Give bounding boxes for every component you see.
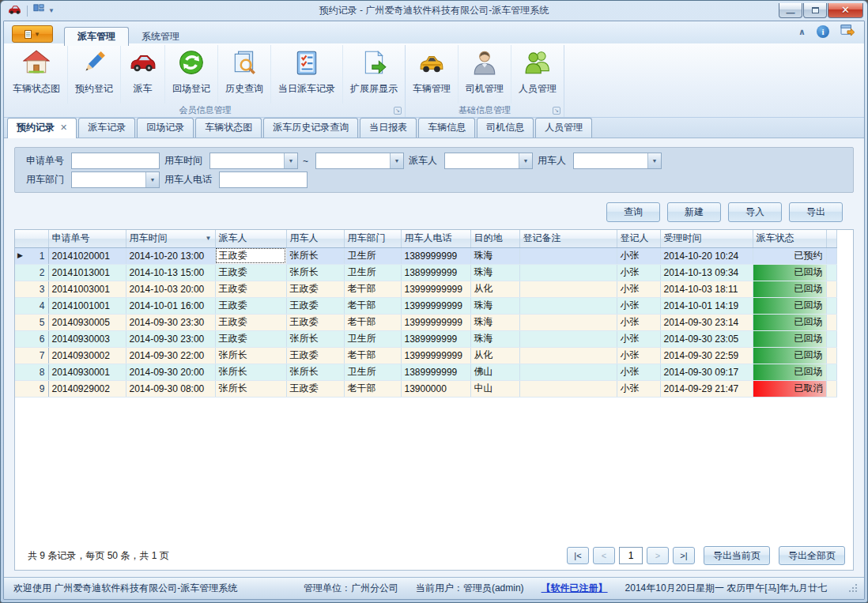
cell[interactable]: 老干部 (344, 347, 401, 364)
registered-link[interactable]: 【软件已注册】 (542, 582, 608, 595)
request-no-field[interactable] (71, 153, 160, 169)
table-row[interactable]: 9201409290022014-09-30 08:00张所长王政委老干部139… (15, 380, 836, 397)
cell[interactable]: 张所长 (286, 264, 344, 281)
cell[interactable]: 2014-09-30 23:30 (126, 314, 215, 330)
doc-tab-车辆信息[interactable]: 车辆信息 (418, 118, 475, 138)
resize-grip[interactable] (849, 584, 858, 593)
row-number[interactable]: 2 (15, 264, 48, 281)
cell[interactable]: 小张 (617, 330, 660, 347)
cell[interactable]: 2014-09-29 21:47 (660, 380, 753, 397)
restore-button[interactable] (803, 3, 827, 18)
table-row[interactable]: 5201409300052014-09-30 23:30王政委王政委老干部139… (15, 314, 836, 330)
cell[interactable]: 2014-09-30 09:17 (660, 364, 753, 380)
cell[interactable]: 2014-09-30 22:00 (126, 347, 215, 364)
row-number[interactable]: 4 (15, 297, 48, 314)
cell[interactable] (519, 330, 617, 347)
cell[interactable] (519, 264, 617, 281)
cell[interactable]: 2014-10-20 13:00 (126, 247, 215, 264)
info-icon[interactable]: i (817, 25, 829, 38)
cell[interactable]: 1389999999 (401, 364, 470, 380)
cell[interactable]: 卫生所 (344, 330, 401, 347)
prev-page-button[interactable]: < (593, 547, 615, 564)
cell[interactable]: 2014-09-30 23:00 (126, 330, 215, 347)
cell[interactable] (519, 380, 617, 397)
cell[interactable]: 20141001001 (48, 297, 126, 314)
column-header-派车人[interactable]: 派车人 (215, 230, 286, 247)
status-cell[interactable]: 已回场 (753, 330, 826, 347)
cell[interactable] (519, 281, 617, 297)
close-button[interactable]: ✕ (828, 3, 863, 18)
cell[interactable]: 2014-10-13 15:00 (126, 264, 215, 281)
app-menu-button[interactable]: ▼ (12, 25, 53, 43)
export-all-pages-button[interactable]: 导出全部页 (779, 546, 845, 565)
cell[interactable]: 13999999999 (401, 314, 470, 330)
first-page-button[interactable]: |< (567, 547, 589, 564)
column-header-用车时间[interactable]: 用车时间▼ (126, 230, 215, 247)
status-cell[interactable]: 已预约 (753, 247, 826, 264)
column-header-登记备注[interactable]: 登记备注 (519, 230, 617, 247)
about-icon[interactable] (840, 24, 855, 40)
doc-tab-预约记录[interactable]: 预约记录✕ (7, 118, 77, 138)
reservation-register-button[interactable]: 预约登记 (68, 45, 121, 104)
table-row[interactable]: 7201409300022014-09-30 22:00张所长王政委老干部139… (15, 347, 836, 364)
row-number[interactable]: 8 (15, 364, 48, 380)
cell[interactable]: 1389999999 (401, 247, 470, 264)
cell[interactable]: 王政委 (215, 330, 286, 347)
cell[interactable]: 小张 (617, 380, 660, 397)
status-cell[interactable]: 已回场 (753, 364, 826, 380)
cell[interactable]: 王政委 (215, 264, 286, 281)
cell[interactable]: 王政委 (286, 380, 344, 397)
cell[interactable]: 中山 (470, 380, 519, 397)
cell[interactable]: 2014-10-20 10:24 (660, 247, 753, 264)
cell[interactable]: 佛山 (470, 364, 519, 380)
cell[interactable]: 张所长 (286, 247, 344, 264)
cell[interactable] (519, 297, 617, 314)
export-current-page-button[interactable]: 导出当前页 (704, 546, 770, 565)
cell[interactable]: 20141003001 (48, 281, 126, 297)
today-dispatch-records-button[interactable]: 当日派车记录 (271, 45, 343, 104)
cell[interactable]: 王政委 (286, 347, 344, 364)
column-header-派车状态[interactable]: 派车状态 (753, 230, 826, 247)
cell[interactable]: 13999999999 (401, 297, 470, 314)
cell[interactable]: 王政委 (215, 314, 286, 330)
query-button[interactable]: 查询 (606, 202, 660, 222)
row-number[interactable]: 3 (15, 281, 48, 297)
column-header-用车部门[interactable]: 用车部门 (344, 230, 401, 247)
cell[interactable]: 小张 (617, 281, 660, 297)
cell[interactable] (519, 247, 617, 264)
page-number-input[interactable] (619, 547, 643, 564)
last-page-button[interactable]: >| (673, 547, 695, 564)
cell[interactable]: 张所长 (215, 380, 286, 397)
import-button[interactable]: 导入 (728, 202, 782, 222)
cell[interactable]: 王政委 (286, 297, 344, 314)
column-header-申请单号[interactable]: 申请单号 (48, 230, 126, 247)
extended-screen-button[interactable]: 扩展屏显示 (343, 45, 405, 104)
ribbon-tab-系统管理[interactable]: 系统管理 (129, 28, 192, 46)
chevron-down-icon[interactable]: ▼ (519, 153, 532, 168)
table-row[interactable]: 3201410030012014-10-03 20:00王政委王政委老干部139… (15, 281, 836, 297)
status-cell[interactable]: 已回场 (753, 297, 826, 314)
cell[interactable]: 张所长 (215, 347, 286, 364)
cell[interactable]: 张所长 (286, 330, 344, 347)
cell[interactable]: 13900000 (401, 380, 470, 397)
row-number[interactable]: 1▶ (15, 247, 48, 264)
collapse-ribbon-icon[interactable]: ∧ (798, 27, 806, 37)
minimize-button[interactable]: — (779, 3, 802, 18)
cell[interactable]: 珠海 (470, 314, 519, 330)
table-row[interactable]: 4201410010012014-10-01 16:00王政委王政委老干部139… (15, 297, 836, 314)
column-header-受理时间[interactable]: 受理时间 (660, 230, 753, 247)
status-cell[interactable]: 已回场 (753, 347, 826, 364)
vehicle-manage-button[interactable]: 车辆管理 (406, 45, 459, 104)
row-number[interactable]: 5 (15, 314, 48, 330)
doc-tab-当日报表[interactable]: 当日报表 (360, 118, 417, 138)
table-row[interactable]: 2201410130012014-10-13 15:00王政委张所长卫生所138… (15, 264, 836, 281)
cell[interactable]: 珠海 (470, 297, 519, 314)
column-header-用车人电话[interactable]: 用车人电话 (401, 230, 470, 247)
table-row[interactable]: 6201409300032014-09-30 23:00王政委张所长卫生所138… (15, 330, 836, 347)
cell[interactable]: 王政委 (286, 281, 344, 297)
dispatch-button[interactable]: 派车 (121, 45, 165, 104)
cell[interactable]: 2014-10-01 14:19 (660, 297, 753, 314)
cell[interactable]: 20141020001 (48, 247, 126, 264)
cell[interactable]: 2014-09-30 20:00 (126, 364, 215, 380)
status-cell[interactable]: 已取消 (753, 380, 826, 397)
